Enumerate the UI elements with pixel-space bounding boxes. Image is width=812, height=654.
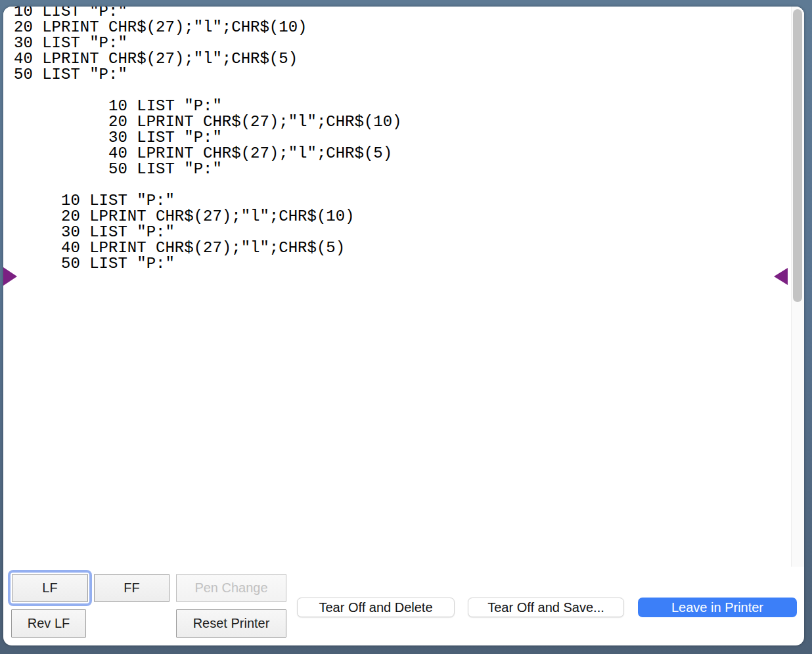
pen-change-button[interactable]: Pen Change: [176, 574, 286, 602]
leave-in-printer-button[interactable]: Leave in Printer: [638, 598, 797, 617]
tear-off-and-save-button[interactable]: Tear Off and Save...: [468, 598, 624, 617]
tear-marker-left-icon: [3, 267, 17, 286]
lf-button[interactable]: LF: [12, 574, 88, 602]
printer-paper-view: 10 LIST "P:" 20 LPRINT CHR$(27);"l";CHR$…: [3, 7, 804, 567]
printer-preview-window: 10 LIST "P:" 20 LPRINT CHR$(27);"l";CHR$…: [3, 7, 804, 645]
ff-button[interactable]: FF: [94, 574, 169, 602]
reset-printer-button[interactable]: Reset Printer: [176, 609, 286, 638]
printer-output-text: 10 LIST "P:" 20 LPRINT CHR$(27);"l";CHR$…: [14, 7, 402, 272]
tear-marker-right-icon: [774, 268, 788, 285]
vertical-scrollbar[interactable]: [791, 7, 804, 567]
tear-off-and-delete-button[interactable]: Tear Off and Delete: [297, 598, 455, 617]
rev-lf-button[interactable]: Rev LF: [11, 609, 86, 638]
scrollbar-thumb[interactable]: [793, 9, 802, 302]
